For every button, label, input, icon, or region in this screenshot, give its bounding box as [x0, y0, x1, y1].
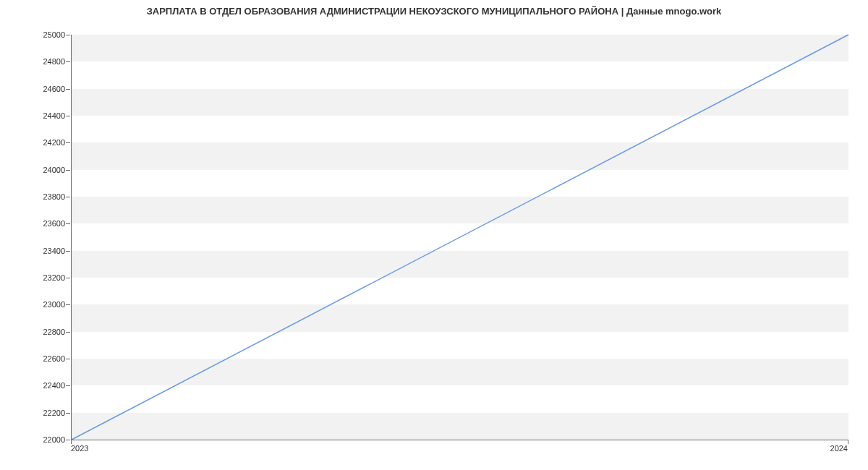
y-tick — [66, 304, 70, 305]
plot-area — [71, 35, 848, 440]
x-tick-label: 2023 — [71, 444, 88, 453]
y-tick — [66, 142, 70, 143]
y-tick-label: 22600 — [22, 354, 65, 363]
y-tick — [66, 359, 70, 359]
y-tick — [66, 251, 70, 252]
y-tick — [66, 116, 70, 116]
y-tick — [66, 385, 70, 386]
y-tick-label: 24400 — [22, 111, 65, 120]
y-tick-label: 24600 — [22, 85, 65, 93]
y-tick-label: 24000 — [22, 166, 65, 174]
y-tick — [66, 61, 70, 62]
y-tick — [66, 413, 70, 414]
line-chart: ЗАРПЛАТА В ОТДЕЛ ОБРАЗОВАНИЯ АДМИНИСТРАЦ… — [0, 0, 868, 470]
y-tick — [66, 197, 70, 197]
x-tick — [848, 440, 848, 444]
y-tick-label: 23400 — [22, 247, 65, 255]
x-tick-label: 2024 — [826, 444, 848, 453]
y-tick-label: 24800 — [22, 57, 65, 66]
y-tick — [66, 278, 70, 278]
y-tick-label: 22400 — [22, 381, 65, 390]
y-tick-label: 23800 — [22, 192, 65, 201]
y-tick-label: 25000 — [22, 30, 65, 39]
data-line — [72, 35, 848, 440]
y-tick-label: 22000 — [22, 435, 65, 444]
y-tick — [66, 170, 70, 171]
y-tick-label: 22200 — [22, 409, 65, 417]
y-tick — [66, 440, 70, 440]
chart-title: ЗАРПЛАТА В ОТДЕЛ ОБРАЗОВАНИЯ АДМИНИСТРАЦ… — [0, 6, 868, 17]
y-tick-label: 22800 — [22, 328, 65, 336]
y-tick — [66, 35, 70, 35]
y-tick — [66, 332, 70, 333]
y-tick — [66, 89, 70, 90]
y-tick-label: 24200 — [22, 138, 65, 147]
y-tick-label: 23000 — [22, 300, 65, 309]
y-tick-label: 23200 — [22, 273, 65, 282]
y-tick-label: 23600 — [22, 219, 65, 228]
y-tick — [66, 223, 70, 224]
